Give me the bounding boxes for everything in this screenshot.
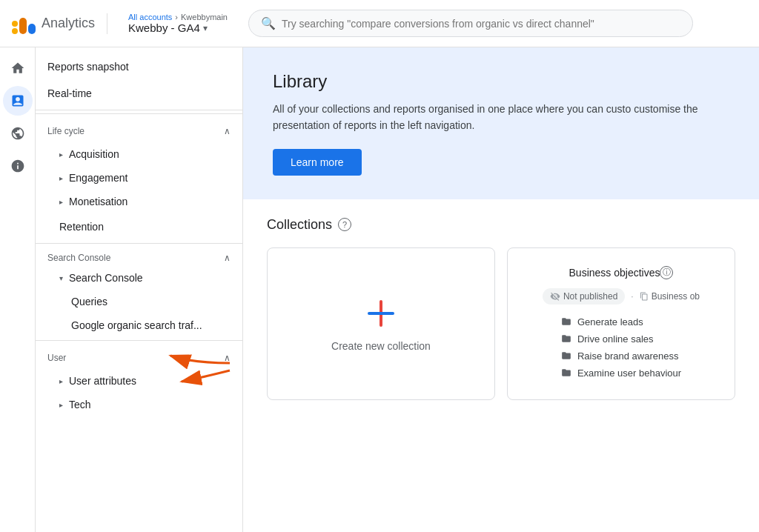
user-attributes-expand-icon: ▸ <box>59 377 63 385</box>
not-published-badge: Not published <box>543 288 625 305</box>
logo-area: Analytics <box>12 13 107 34</box>
queries-label: Queries <box>71 296 107 307</box>
account-selector[interactable]: Kwebby - GA4 ▾ <box>128 21 228 34</box>
collections-title: Collections <box>267 217 332 233</box>
not-published-text: Not published <box>563 291 617 302</box>
create-new-collection-card[interactable]: Create new collection <box>267 247 495 400</box>
business-objectives-title: Business objectives <box>569 267 660 279</box>
list-item: Drive online sales <box>561 330 681 348</box>
user-attributes-label: User attributes <box>69 375 136 387</box>
library-banner: Library All of your collections and repo… <box>243 47 759 199</box>
google-organic-label: Google organic search traf... <box>71 319 202 331</box>
search-console-chevron-icon[interactable]: ∧ <box>224 253 231 263</box>
collections-section: Collections ? Create new collection <box>243 199 759 418</box>
search-console-section-header: Search Console ∧ <box>36 243 242 266</box>
sidebar: Reports snapshot Real-time Life cycle ∧ … <box>36 47 243 532</box>
sidebar-item-search-console[interactable]: ▾ Search Console <box>36 266 242 290</box>
business-items-list: Generate leads Drive online sales Raise … <box>561 313 681 382</box>
account-info: All accounts › Kwebbymain Kwebby - GA4 ▾ <box>116 13 239 34</box>
create-new-label: Create new collection <box>331 340 431 352</box>
library-title: Library <box>273 71 729 92</box>
account-name-breadcrumb: Kwebbymain <box>181 13 228 21</box>
business-card-header: Business objectives ⓘ <box>569 266 674 279</box>
search-console-expand-icon: ▾ <box>59 274 63 282</box>
list-item: Generate leads <box>561 313 681 330</box>
collections-grid: Create new collection Business objective… <box>267 247 735 400</box>
lifecycle-chevron-icon[interactable]: ∧ <box>224 126 231 136</box>
learn-more-button[interactable]: Learn more <box>273 149 362 176</box>
badge-separator: · <box>631 291 633 302</box>
acquisition-expand-icon: ▸ <box>59 150 63 159</box>
plus-icon <box>363 296 399 331</box>
realtime-label: Real-time <box>47 87 92 99</box>
app-title: Analytics <box>42 16 95 31</box>
content-area: Library All of your collections and repo… <box>243 47 759 532</box>
advertising-icon[interactable] <box>3 151 33 181</box>
chevron-down-icon: ▾ <box>203 23 208 33</box>
folder-icon <box>561 333 571 344</box>
reports-icon[interactable] <box>3 86 33 116</box>
engagement-expand-icon: ▸ <box>59 174 63 182</box>
sidebar-item-retention[interactable]: Retention <box>36 213 242 240</box>
search-console-section-label: Search Console <box>47 253 110 263</box>
folder-icon <box>561 350 571 361</box>
folder-icon <box>561 316 571 327</box>
main-layout: Reports snapshot Real-time Life cycle ∧ … <box>0 47 759 532</box>
folder-icon <box>561 368 571 378</box>
badge-row: Not published · Business ob <box>543 288 700 305</box>
copy-icon <box>640 292 649 301</box>
logo-icon <box>12 13 36 34</box>
user-section-label: User <box>47 353 66 363</box>
lifecycle-section-header: Life cycle ∧ <box>36 113 242 142</box>
sidebar-item-google-organic[interactable]: Google organic search traf... <box>36 313 242 337</box>
user-section-header: User ∧ <box>36 340 242 369</box>
sidebar-item-realtime[interactable]: Real-time <box>36 80 242 107</box>
tech-label: Tech <box>69 399 91 410</box>
explore-icon[interactable] <box>3 119 33 148</box>
sidebar-item-tech[interactable]: ▸ Tech <box>36 393 242 416</box>
reports-snapshot-label: Reports snapshot <box>47 61 129 73</box>
search-icon: 🔍 <box>261 16 276 30</box>
sidebar-item-user-attributes[interactable]: ▸ User attributes <box>36 369 242 393</box>
home-icon[interactable] <box>3 53 33 83</box>
retention-label: Retention <box>59 221 104 233</box>
sidebar-item-reports-snapshot[interactable]: Reports snapshot <box>36 53 242 80</box>
monetisation-expand-icon: ▸ <box>59 198 63 206</box>
search-input[interactable] <box>282 18 680 30</box>
search-console-label: Search Console <box>69 272 143 284</box>
breadcrumb-separator: › <box>175 13 178 21</box>
sidebar-divider-1 <box>36 110 242 110</box>
lifecycle-label: Life cycle <box>47 126 84 136</box>
library-description: All of your collections and reports orga… <box>273 101 717 134</box>
eye-off-icon <box>550 291 560 302</box>
sidebar-item-queries[interactable]: Queries <box>36 290 242 313</box>
icon-rail <box>0 47 36 532</box>
sidebar-item-monetisation[interactable]: ▸ Monetisation <box>36 190 242 213</box>
topbar: Analytics All accounts › Kwebbymain Kweb… <box>0 0 759 47</box>
user-section-chevron-icon[interactable]: ∧ <box>224 353 231 363</box>
list-item: Examine user behaviour <box>561 365 681 382</box>
sidebar-item-acquisition[interactable]: ▸ Acquisition <box>36 142 242 166</box>
search-bar[interactable]: 🔍 <box>248 10 693 37</box>
sidebar-item-engagement[interactable]: ▸ Engagement <box>36 166 242 190</box>
business-objectives-card: Business objectives ⓘ Not published · Bu… <box>507 247 735 400</box>
breadcrumb: All accounts › Kwebbymain <box>128 13 228 21</box>
monetisation-label: Monetisation <box>69 196 127 207</box>
acquisition-label: Acquisition <box>69 148 119 160</box>
business-ob-label: Business ob <box>652 291 700 302</box>
collections-info-icon[interactable]: ? <box>338 218 351 231</box>
list-item: Raise brand awareness <box>561 348 681 365</box>
engagement-label: Engagement <box>69 172 127 184</box>
business-objectives-info-icon[interactable]: ⓘ <box>660 266 673 279</box>
collections-header: Collections ? <box>267 217 735 233</box>
tech-expand-icon: ▸ <box>59 401 63 409</box>
business-ob-badge: Business ob <box>640 291 700 302</box>
account-name: Kwebby - GA4 <box>128 21 200 34</box>
all-accounts-link[interactable]: All accounts <box>128 13 172 21</box>
